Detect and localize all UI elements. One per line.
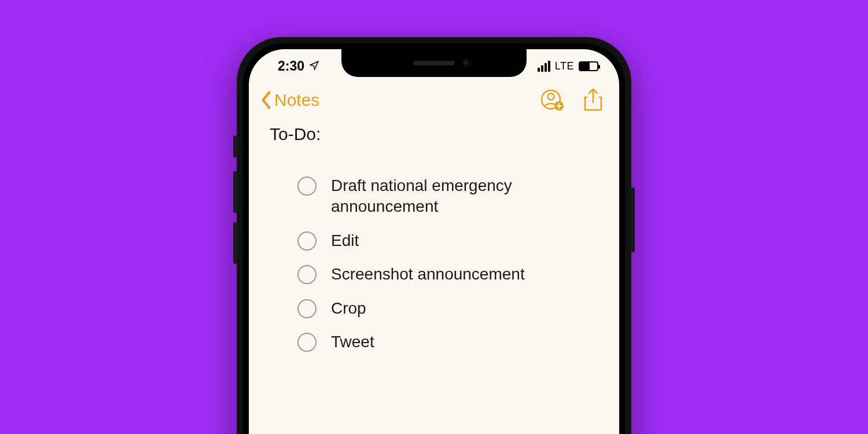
checkbox-icon[interactable] <box>297 265 317 284</box>
status-left: 2:30 <box>267 58 319 74</box>
power-button <box>631 187 635 252</box>
nav-actions <box>540 89 603 112</box>
checkbox-icon[interactable] <box>297 299 317 318</box>
note-body[interactable]: To-Do: Draft national emergency announce… <box>249 121 619 400</box>
clock: 2:30 <box>278 58 304 74</box>
list-item-text[interactable]: Draft national emergency announcement <box>331 175 598 218</box>
checkbox-icon[interactable] <box>297 231 317 251</box>
volume-down-button <box>233 222 237 264</box>
add-people-button[interactable] <box>540 89 564 112</box>
list-item-text[interactable]: Crop <box>331 298 598 319</box>
network-label: LTE <box>555 60 574 72</box>
phone-frame: 2:30 LTE <box>237 37 631 434</box>
battery-icon <box>579 61 598 71</box>
screen: 2:30 LTE <box>249 49 619 434</box>
volume-up-button <box>233 171 237 213</box>
front-camera <box>463 60 470 67</box>
chevron-left-icon <box>260 91 272 109</box>
nav-bar: Notes <box>249 83 619 121</box>
list-item[interactable]: Edit <box>297 230 598 251</box>
svg-point-1 <box>548 94 554 100</box>
checklist: Draft national emergency announcement Ed… <box>270 175 598 352</box>
person-add-icon <box>540 89 564 112</box>
share-icon <box>583 89 603 112</box>
back-button[interactable]: Notes <box>260 90 319 110</box>
cellular-signal-icon <box>538 61 550 72</box>
checkbox-icon[interactable] <box>297 176 317 196</box>
checkbox-icon[interactable] <box>297 333 317 352</box>
list-item-text[interactable]: Tweet <box>331 332 598 352</box>
list-item-text[interactable]: Screenshot announcement <box>331 264 598 285</box>
notch <box>341 49 527 77</box>
back-label: Notes <box>274 90 319 110</box>
list-item-text[interactable]: Edit <box>331 230 598 251</box>
share-button[interactable] <box>583 89 603 112</box>
earpiece-speaker <box>413 61 455 65</box>
list-item[interactable]: Screenshot announcement <box>297 264 598 285</box>
phone-bezel: 2:30 LTE <box>243 43 625 434</box>
list-item[interactable]: Crop <box>297 298 598 319</box>
mute-switch <box>233 135 237 157</box>
status-right: LTE <box>538 60 601 72</box>
location-icon <box>309 58 319 74</box>
list-item[interactable]: Tweet <box>297 332 598 352</box>
list-item[interactable]: Draft national emergency announcement <box>297 175 598 218</box>
note-title[interactable]: To-Do: <box>270 124 598 144</box>
